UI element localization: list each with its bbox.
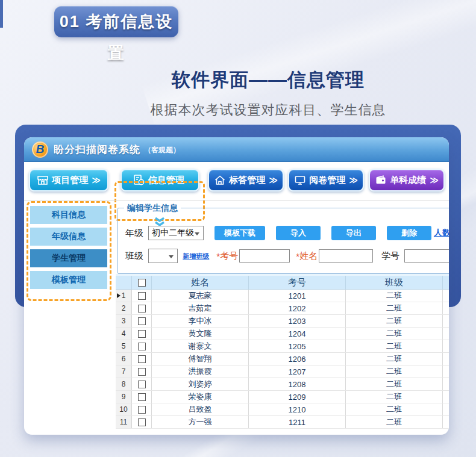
row-number: 2 — [122, 304, 126, 312]
row-number-cell: 2 — [116, 302, 132, 314]
row-checkbox-cell[interactable] — [132, 416, 152, 428]
table-row[interactable]: 7 洪振霞 1207 二班 — [116, 365, 449, 378]
table-row[interactable]: 3 李中冰 1203 二班 — [116, 315, 449, 328]
cell-class: 二班 — [346, 365, 443, 378]
table-row[interactable]: 1 夏志豪 1201 二班 — [116, 290, 449, 302]
checkbox-icon[interactable] — [138, 330, 146, 338]
cell-class: 二班 — [346, 353, 443, 365]
row-number: 9 — [122, 393, 126, 401]
sidebar-item-grade-info[interactable]: 年级信息 — [30, 228, 107, 246]
cell-exam-no: 1210 — [249, 403, 346, 415]
export-button[interactable]: 导出 — [331, 226, 376, 240]
cell-class: 二班 — [346, 340, 443, 352]
class-select[interactable] — [148, 249, 178, 263]
row-checkbox-cell[interactable] — [132, 328, 152, 340]
double-arrow: ≫ — [92, 175, 101, 185]
cell-extra — [443, 391, 449, 403]
checkbox-icon[interactable] — [138, 279, 146, 287]
row-checkbox-cell[interactable] — [132, 315, 152, 327]
table-row[interactable]: 6 傅智翔 1206 二班 — [116, 353, 449, 365]
row-checkbox-cell[interactable] — [132, 302, 152, 314]
row-number: 6 — [122, 355, 126, 363]
table-row[interactable]: 9 荣姿康 1209 二班 — [116, 391, 449, 403]
name-input[interactable] — [319, 249, 373, 263]
cell-exam-no: 1202 — [249, 302, 346, 314]
checkbox-icon[interactable] — [138, 355, 146, 363]
nav-project-management-button[interactable]: 项目管理≫ — [29, 169, 108, 191]
row-checkbox-cell[interactable] — [132, 403, 152, 415]
delete-button[interactable]: 删除 — [387, 226, 431, 240]
row-number-cell: 4 — [116, 328, 132, 340]
checkbox-icon[interactable] — [138, 305, 146, 312]
row-number: 5 — [122, 342, 126, 350]
row-marker-icon — [117, 293, 121, 298]
checkbox-icon[interactable] — [138, 317, 146, 325]
row-checkbox-cell[interactable] — [132, 353, 152, 365]
checkbox-icon[interactable] — [138, 393, 146, 401]
grade-select-value: 初中二年级 — [152, 228, 194, 238]
cell-name: 谢寨文 — [152, 340, 249, 352]
app-window: B 盼分扫描阅卷系统 （客观题） 项目管理≫ 信息管理 标答管理≫ — [24, 137, 449, 435]
section-badge: 01 考前信息设置 — [54, 6, 178, 37]
row-checkbox-cell[interactable] — [132, 290, 152, 302]
class-label: 班级 — [125, 250, 143, 262]
table-row[interactable]: 5 谢寨文 1205 二班 — [116, 340, 449, 353]
add-class-link[interactable]: 新增班级 — [183, 252, 209, 261]
app-title-suffix: （客观题） — [144, 143, 180, 155]
app-titlebar: B 盼分扫描阅卷系统 （客观题） — [24, 137, 449, 162]
cell-class: 二班 — [346, 403, 443, 415]
row-number-cell: 6 — [116, 353, 132, 365]
page-subtitle: 根据本次考试设置对应科目、学生信息 — [60, 101, 476, 119]
nav-marking-management-button[interactable]: 阅卷管理≫ — [288, 169, 364, 191]
cell-extra — [443, 315, 449, 327]
checkbox-icon[interactable] — [138, 368, 146, 376]
row-number: 11 — [120, 418, 127, 426]
toolbar-button-label: 标答管理 — [229, 175, 265, 186]
import-button[interactable]: 导入 — [276, 226, 321, 240]
header-select-all[interactable] — [132, 276, 152, 289]
table-row[interactable]: 2 吉茹定 1202 二班 — [116, 302, 449, 315]
student-no-label: 学号 — [381, 250, 399, 262]
nav-single-subject-score-button[interactable]: 单科成绩≫ — [369, 169, 445, 191]
row-number: 8 — [122, 380, 126, 388]
cell-name: 方一强 — [152, 416, 249, 428]
row-checkbox-cell[interactable] — [132, 340, 152, 352]
template-download-button[interactable]: 模板下载 — [215, 226, 265, 240]
header-class[interactable]: 班级 — [346, 276, 443, 289]
sidebar-item-label: 学生管理 — [52, 253, 86, 264]
select-caret-icon — [195, 232, 199, 235]
cell-name: 李中冰 — [152, 315, 249, 327]
select-caret-icon — [169, 255, 174, 258]
student-count-link[interactable]: 人数统计 — [434, 228, 449, 238]
student-no-input[interactable] — [404, 249, 449, 263]
grade-select[interactable]: 初中二年级 — [148, 226, 204, 240]
checkbox-icon[interactable] — [138, 381, 146, 388]
checkbox-icon[interactable] — [138, 343, 146, 350]
table-row[interactable]: 10 吕致盈 1210 二班 — [116, 403, 449, 416]
row-checkbox-cell[interactable] — [132, 378, 152, 390]
sidebar-item-student-management[interactable]: 学生管理 — [30, 249, 107, 267]
row-checkbox-cell[interactable] — [132, 365, 152, 378]
row-checkbox-cell[interactable] — [132, 391, 152, 403]
sidebar-item-subject-info[interactable]: 科目信息 — [30, 206, 107, 224]
cell-class: 二班 — [346, 315, 443, 327]
row-number-cell: 11 — [116, 416, 132, 428]
sidebar-item-template-management[interactable]: 模板管理 — [30, 271, 107, 289]
header-exam-no[interactable]: 考号 — [249, 276, 346, 289]
cell-extra — [443, 365, 449, 378]
checkbox-icon[interactable] — [138, 418, 146, 426]
fieldset-legend: 编辑学生信息 — [124, 203, 181, 214]
sidebar: 科目信息 年级信息 学生管理 模板管理 — [30, 206, 107, 293]
app-logo-icon: B — [32, 141, 48, 158]
checkbox-icon[interactable] — [138, 292, 146, 300]
cell-name: 荣姿康 — [152, 391, 249, 403]
double-arrow: ≫ — [349, 175, 358, 185]
table-row[interactable]: 8 刘姿婷 1208 二班 — [116, 378, 449, 391]
exam-no-input[interactable] — [239, 249, 290, 263]
row-number: 7 — [122, 367, 126, 376]
header-name[interactable]: 姓名 — [152, 276, 249, 289]
checkbox-icon[interactable] — [138, 406, 146, 414]
table-row[interactable]: 4 黄文隆 1204 二班 — [116, 328, 449, 340]
table-row[interactable]: 11 方一强 1211 二班 — [116, 416, 449, 429]
nav-answer-management-button[interactable]: 标答管理≫ — [208, 169, 284, 191]
